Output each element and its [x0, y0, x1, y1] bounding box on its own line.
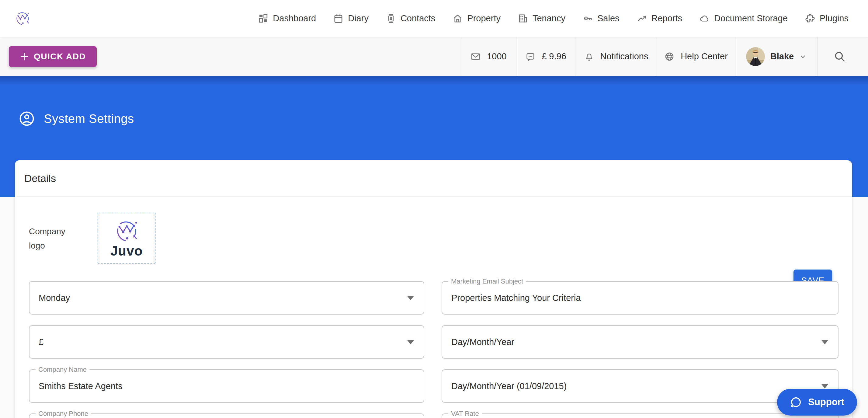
company-phone-label: Company Phone — [36, 410, 91, 418]
trend-up-icon — [637, 13, 647, 24]
company-logo-upload[interactable]: Juvo — [98, 213, 155, 264]
building-icon — [518, 13, 528, 24]
avatar — [746, 47, 765, 66]
nav-item-property[interactable]: Property — [452, 13, 501, 24]
first-day-value: Monday — [39, 282, 70, 314]
user-name: Blake — [770, 52, 794, 61]
nav-item-sales[interactable]: Sales — [582, 13, 620, 24]
key-icon — [582, 13, 593, 24]
nav-label: Document Storage — [714, 13, 788, 23]
company-name-value: Smiths Estate Agents — [39, 370, 123, 402]
nav-item-contacts[interactable]: Contacts — [385, 13, 435, 24]
marketing-email-subject-field[interactable]: Marketing Email Subject Properties Match… — [442, 281, 838, 315]
email-credits-button[interactable]: 1000 — [461, 37, 516, 76]
nav-item-diary[interactable]: Diary — [333, 13, 369, 24]
secondary-toolbar: QUICK ADD 1000 £ 9.96 Notifications Help… — [0, 37, 868, 76]
nav-label: Tenancy — [532, 13, 565, 23]
help-center-label: Help Center — [681, 52, 728, 61]
support-label: Support — [808, 397, 844, 408]
support-button[interactable]: Support — [777, 389, 857, 416]
top-navigation: Dashboard Diary Contacts Property Tenanc… — [0, 0, 868, 37]
nav-label: Sales — [597, 13, 620, 23]
dashboard-grid-icon — [258, 13, 269, 24]
marketing-email-subject-value: Properties Matching Your Criteria — [451, 282, 581, 314]
main-menu: Dashboard Diary Contacts Property Tenanc… — [258, 13, 868, 24]
nav-label: Reports — [651, 13, 682, 23]
cloud-icon — [699, 13, 710, 24]
juvo-logo-icon[interactable] — [14, 10, 31, 27]
credit-balance: £ 9.96 — [542, 52, 566, 61]
nav-item-tenancy[interactable]: Tenancy — [518, 13, 565, 24]
nav-item-document-storage[interactable]: Document Storage — [699, 13, 788, 24]
envelope-icon — [470, 52, 481, 62]
nav-item-reports[interactable]: Reports — [637, 13, 682, 24]
first-day-select[interactable]: Monday — [29, 281, 424, 315]
details-card-header: Details — [15, 160, 852, 197]
dropdown-caret-icon — [407, 340, 414, 345]
search-icon — [833, 50, 846, 63]
quick-add-button[interactable]: QUICK ADD — [9, 46, 97, 67]
company-phone-field[interactable]: Company Phone — [29, 413, 424, 418]
plus-icon — [20, 52, 29, 61]
nav-label: Property — [467, 13, 501, 23]
page-title: System Settings — [44, 112, 134, 126]
company-logo-label: Company logo — [29, 213, 81, 253]
company-logo-wordmark: Juvo — [111, 243, 143, 259]
company-logo-row: Company logo Juvo — [29, 213, 838, 264]
vat-rate-field[interactable]: VAT Rate — [442, 413, 838, 418]
settings-form: Monday Marketing Email Subject Propertie… — [29, 281, 838, 418]
notifications-button[interactable]: Notifications — [575, 37, 657, 76]
chat-bubble-icon — [525, 52, 535, 62]
date-format-select[interactable]: Day/Month/Year — [442, 325, 838, 359]
bell-icon — [584, 52, 594, 62]
email-credit-count: 1000 — [487, 52, 507, 61]
nav-label: Plugins — [819, 13, 848, 23]
nav-item-dashboard[interactable]: Dashboard — [258, 13, 316, 24]
company-name-field[interactable]: Company Name Smiths Estate Agents — [29, 369, 424, 403]
nav-label: Dashboard — [273, 13, 316, 23]
nav-item-plugins[interactable]: Plugins — [805, 13, 848, 24]
vat-rate-label: VAT Rate — [448, 410, 482, 418]
date-format-long-value: Day/Month/Year (01/09/2015) — [451, 370, 567, 402]
sms-credit-button[interactable]: £ 9.96 — [516, 37, 575, 76]
details-card: Details SAVE Company logo Juvo Monday Ma… — [15, 160, 852, 418]
currency-select[interactable]: £ — [29, 325, 424, 359]
nav-label: Contacts — [401, 13, 435, 23]
global-search-button[interactable] — [817, 37, 868, 76]
chevron-down-icon — [799, 53, 807, 60]
home-icon — [452, 13, 463, 24]
toolbar-right-group: 1000 £ 9.96 Notifications Help Center Bl… — [461, 37, 868, 76]
id-card-icon — [385, 13, 396, 24]
puzzle-icon — [805, 13, 815, 24]
dropdown-caret-icon — [822, 384, 828, 388]
calendar-icon — [333, 13, 344, 24]
nav-label: Diary — [348, 13, 369, 23]
date-format-value: Day/Month/Year — [451, 326, 514, 358]
user-settings-icon — [18, 110, 35, 127]
help-center-button[interactable]: Help Center — [657, 37, 735, 76]
dropdown-caret-icon — [407, 296, 414, 300]
support-chat-icon — [790, 396, 802, 408]
currency-value: £ — [39, 326, 43, 358]
dropdown-caret-icon — [822, 340, 828, 345]
quick-add-label: QUICK ADD — [34, 52, 86, 61]
card-title: Details — [24, 173, 56, 184]
globe-icon — [664, 52, 675, 62]
notifications-label: Notifications — [600, 52, 648, 61]
company-logo-image — [113, 218, 140, 245]
user-menu[interactable]: Blake — [735, 37, 817, 76]
